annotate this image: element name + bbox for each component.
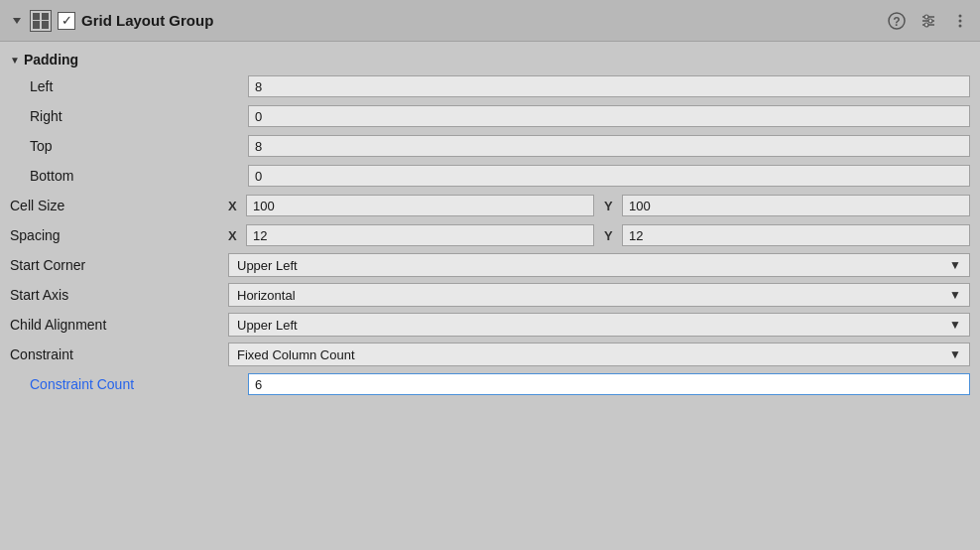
padding-bottom-value: [248, 165, 970, 187]
svg-marker-0: [13, 18, 21, 24]
padding-title: Padding: [24, 52, 78, 68]
child-alignment-label: Child Alignment: [10, 317, 228, 333]
svg-point-7: [928, 19, 932, 23]
collapse-arrow[interactable]: [10, 14, 24, 28]
spacing-row: Spacing X Y: [0, 220, 980, 250]
spacing-value: X Y: [228, 224, 970, 246]
padding-left-label: Left: [30, 78, 248, 94]
constraint-count-value: [248, 373, 970, 395]
child-alignment-row: Child Alignment Upper Left ▼: [0, 310, 980, 340]
child-alignment-value: Upper Left ▼: [228, 313, 970, 337]
padding-top-value: [248, 135, 970, 157]
component-title: Grid Layout Group: [81, 12, 881, 29]
settings-icon[interactable]: [919, 11, 938, 31]
constraint-selected: Fixed Column Count: [237, 347, 355, 362]
more-options-icon[interactable]: [950, 11, 970, 31]
svg-point-10: [959, 19, 962, 22]
start-corner-arrow: ▼: [949, 258, 961, 272]
child-alignment-selected: Upper Left: [237, 318, 298, 333]
constraint-count-input[interactable]: [248, 373, 970, 395]
padding-top-input[interactable]: [248, 135, 970, 157]
cell-size-y-label: Y: [604, 199, 618, 213]
cell-size-label: Cell Size: [10, 198, 228, 213]
start-corner-label: Start Corner: [10, 257, 228, 273]
start-corner-dropdown[interactable]: Upper Left ▼: [228, 253, 970, 277]
spacing-x-label: X: [228, 228, 242, 243]
spacing-y-input[interactable]: [622, 224, 970, 246]
padding-left-input[interactable]: [248, 75, 970, 97]
padding-section-header[interactable]: ▼ Padding: [0, 48, 980, 71]
padding-top-row: Top: [0, 131, 980, 161]
padding-bottom-input[interactable]: [248, 165, 970, 187]
cell-size-x-input[interactable]: [246, 195, 594, 216]
start-axis-value: Horizontal ▼: [228, 283, 970, 307]
start-corner-row: Start Corner Upper Left ▼: [0, 250, 980, 280]
svg-text:?: ?: [893, 14, 900, 28]
grid-icon: [30, 10, 52, 32]
cell-size-row: Cell Size X Y: [0, 191, 980, 220]
start-corner-selected: Upper Left: [237, 258, 298, 273]
padding-arrow: ▼: [10, 55, 20, 66]
padding-right-row: Right: [0, 101, 980, 131]
start-axis-arrow: ▼: [949, 288, 961, 302]
spacing-label: Spacing: [10, 227, 228, 243]
spacing-x-input[interactable]: [246, 224, 594, 246]
padding-right-value: [248, 105, 970, 127]
help-icon[interactable]: ?: [887, 11, 907, 31]
constraint-count-row: Constraint Count: [0, 369, 980, 399]
cell-size-xy-group: X Y: [228, 195, 970, 216]
constraint-value: Fixed Column Count ▼: [228, 343, 970, 366]
start-axis-label: Start Axis: [10, 287, 228, 303]
cell-size-y-input[interactable]: [622, 195, 970, 216]
cell-size-value: X Y: [228, 195, 970, 216]
header-icons: ?: [887, 11, 970, 31]
svg-point-11: [959, 24, 962, 27]
constraint-count-label: Constraint Count: [30, 376, 248, 392]
child-alignment-dropdown[interactable]: Upper Left ▼: [228, 313, 970, 337]
panel-body: ▼ Padding Left Right Top Bottom: [0, 42, 980, 405]
cell-size-x-label: X: [228, 199, 242, 213]
svg-point-6: [924, 15, 928, 19]
spacing-xy-group: X Y: [228, 224, 970, 246]
start-axis-dropdown[interactable]: Horizontal ▼: [228, 283, 970, 307]
constraint-dropdown[interactable]: Fixed Column Count ▼: [228, 343, 970, 366]
padding-left-value: [248, 75, 970, 97]
start-axis-row: Start Axis Horizontal ▼: [0, 280, 980, 310]
enabled-checkbox[interactable]: ✓: [58, 12, 75, 30]
constraint-label: Constraint: [10, 346, 228, 362]
svg-point-9: [959, 14, 962, 17]
component-header: ✓ Grid Layout Group ?: [0, 0, 980, 42]
spacing-y-label: Y: [604, 228, 618, 243]
constraint-row: Constraint Fixed Column Count ▼: [0, 340, 980, 369]
child-alignment-arrow: ▼: [949, 318, 961, 332]
padding-right-label: Right: [30, 108, 248, 124]
svg-point-8: [924, 23, 928, 27]
padding-left-row: Left: [0, 71, 980, 101]
padding-bottom-label: Bottom: [30, 168, 248, 184]
constraint-arrow: ▼: [949, 347, 961, 361]
start-corner-value: Upper Left ▼: [228, 253, 970, 277]
padding-bottom-row: Bottom: [0, 161, 980, 191]
start-axis-selected: Horizontal: [237, 288, 296, 303]
component-panel: ✓ Grid Layout Group ?: [0, 0, 980, 405]
padding-top-label: Top: [30, 138, 248, 154]
padding-right-input[interactable]: [248, 105, 970, 127]
